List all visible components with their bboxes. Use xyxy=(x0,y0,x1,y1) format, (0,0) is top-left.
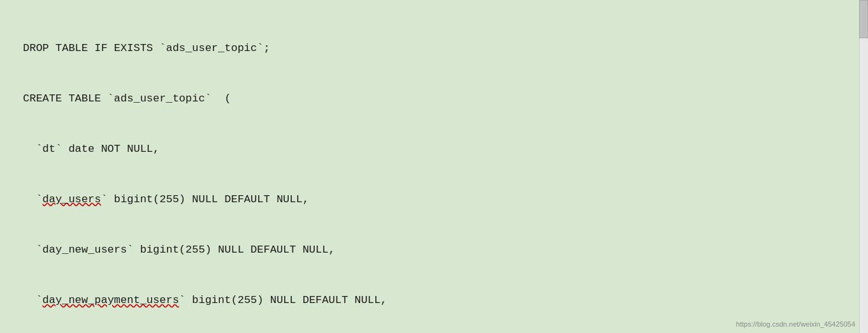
code-block-top: DROP TABLE IF EXISTS `ads_user_topic`; C… xyxy=(23,6,845,333)
code-line-6: `day_new_payment_users` bigint(255) NULL… xyxy=(23,292,845,309)
scrollbar[interactable] xyxy=(859,0,868,333)
code-line-4: `day_users` bigint(255) NULL DEFAULT NUL… xyxy=(23,191,845,208)
code-line-2: CREATE TABLE `ads_user_topic` ( xyxy=(23,91,845,107)
watermark: https://blog.csdn.net/weixin_45425054 xyxy=(736,320,855,328)
code-line-5: `day_new_users` bigint(255) NULL DEFAULT… xyxy=(23,242,845,258)
code-line-1: DROP TABLE IF EXISTS `ads_user_topic`; xyxy=(23,40,845,57)
code-container: DROP TABLE IF EXISTS `ads_user_topic`; C… xyxy=(0,0,868,333)
code-line-3: `dt` date NOT NULL, xyxy=(23,141,845,158)
scrollbar-thumb[interactable] xyxy=(859,0,868,38)
